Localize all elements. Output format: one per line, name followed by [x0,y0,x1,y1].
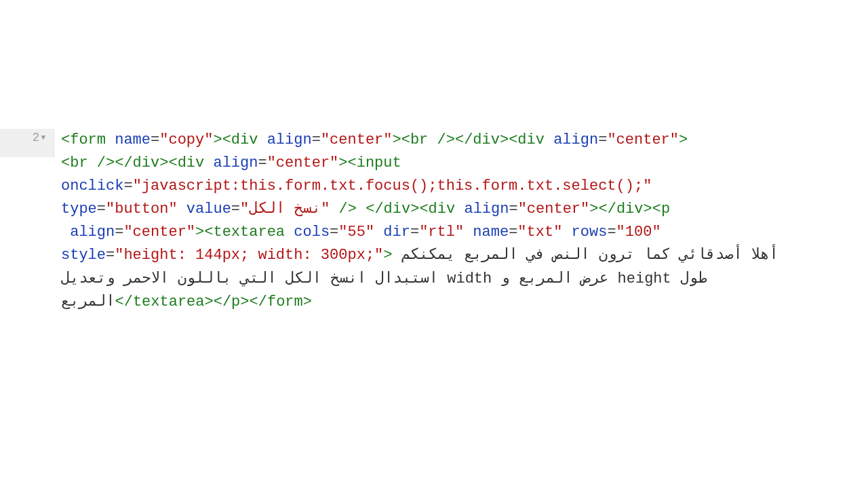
val-copy: "copy" [159,131,213,148]
attr-align: align [61,224,115,241]
tag-div-open: <div [222,131,258,148]
tag-div-close: </div> [455,131,509,148]
attr-value: value [178,201,231,218]
tag-form-close: </form> [250,293,312,310]
val-button: "button" [106,201,178,218]
attr-onclick: onclick [61,178,123,195]
tag-div-open: <div [509,131,545,148]
gutter-line-2: 2▼ [0,129,45,152]
tag-div-close: </div> [598,201,652,218]
attr-name: name [464,224,509,241]
attr-dir: dir [374,224,410,241]
attr-style: style [61,247,106,264]
val-onclick: "javascript:this.form.txt.focus();this.f… [133,178,652,195]
tag-div-close: </div> [115,155,168,171]
tag-textarea-close: </textarea> [115,293,213,310]
code-editor: 2▼ <form name="copy"><div align="center"… [0,0,868,314]
tag-textarea-open: <textarea [204,224,285,241]
tag-p-open: <p [652,201,670,218]
fold-icon[interactable]: ▼ [39,134,45,142]
line-gutter: 2▼ [0,129,54,157]
tag-div-open: <div [419,201,455,218]
line-number: 2 [33,131,40,144]
val-copy-all: نسخ الكل [249,201,321,218]
attr-type: type [61,201,97,218]
tag-br: <br /> [61,155,115,171]
tag-br: <br /> [401,131,455,148]
tag-div-open: <div [168,155,204,171]
code-area[interactable]: <form name="copy"><div align="center"><b… [54,129,831,314]
tag-p-close: </p> [214,293,250,310]
attr-cols: cols [285,224,330,241]
tag-form-open: <form [61,131,106,148]
attr-name: name [106,131,151,148]
attr-rows: rows [562,224,607,241]
val-center: "center" [321,131,393,148]
code-line[interactable]: <form name="copy"><div align="center"><b… [61,129,827,314]
val-style: "height: 144px; width: 300px;" [115,247,383,264]
attr-align: align [258,131,311,148]
tag-input: <input [348,155,401,171]
tag-div-close: </div> [366,201,419,218]
